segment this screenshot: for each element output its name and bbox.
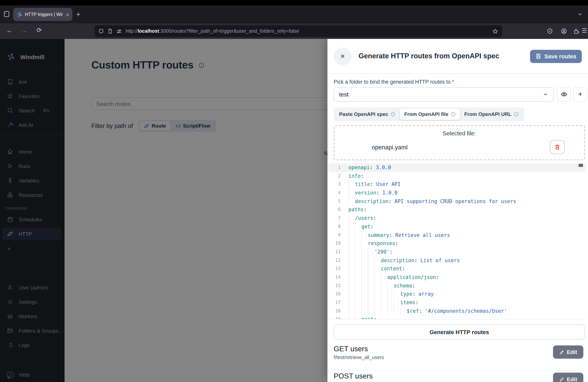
- close-tab-icon[interactable]: ×: [66, 11, 69, 17]
- code-line: 4version: 1.0.0: [328, 189, 586, 197]
- line-number: 6: [328, 206, 345, 214]
- extensions-puzzle-icon[interactable]: [573, 28, 579, 34]
- line-number: 5: [328, 197, 345, 206]
- line-number: 12: [328, 256, 345, 265]
- spec-source-tabs: Paste OpenAPI spec From OpenAPI file Fro…: [334, 107, 524, 121]
- menu-hamburger-icon[interactable]: ☰: [582, 28, 587, 33]
- code-line: 5description: API supporting CRUD operat…: [328, 197, 586, 206]
- edit-label: Edit: [567, 349, 577, 355]
- list-tabs-chevron-icon[interactable]: [577, 11, 583, 17]
- line-number: 11: [328, 248, 345, 256]
- folder-select-value: test: [339, 91, 348, 98]
- tab-label: From OpenAPI file: [404, 111, 448, 117]
- route-row-get-users: GET users f/test/retrieve_all_users Edit: [334, 345, 585, 371]
- route-row-post-users: POST users f/test/create_a_new_user Edit: [334, 372, 585, 382]
- route-path: f/test/retrieve_all_users: [334, 355, 585, 360]
- info-icon[interactable]: [451, 112, 456, 117]
- tab-sidebar-toggle-icon[interactable]: [3, 11, 10, 18]
- close-icon: ×: [340, 52, 345, 61]
- info-icon[interactable]: [391, 112, 396, 117]
- edit-label: Edit: [567, 376, 577, 382]
- browser-toolbar: ← → ⟳ http://localhost:3000/routes?filte…: [0, 23, 588, 39]
- line-number: 8: [328, 223, 345, 231]
- save-routes-label: Save routes: [545, 53, 576, 59]
- code-line: 7/users:: [328, 214, 586, 222]
- info-icon[interactable]: [514, 112, 519, 117]
- code-line: 19post:: [328, 315, 586, 319]
- tab-from-openapi-file[interactable]: From OpenAPI file: [400, 108, 460, 120]
- folder-select[interactable]: test: [334, 87, 554, 102]
- code-line: 10responses:: [328, 239, 586, 248]
- browser-tab[interactable]: HTTP triggers | Windmill ×: [13, 8, 72, 21]
- code-line: 18$ref: '#/components/schemas/User': [328, 307, 586, 315]
- line-number: 17: [328, 298, 345, 307]
- line-number: 1: [328, 163, 345, 172]
- reload-icon[interactable]: ⟳: [37, 27, 42, 33]
- tab-paste-openapi-spec[interactable]: Paste OpenAPI spec: [335, 108, 400, 120]
- line-number: 14: [328, 273, 345, 281]
- bookmark-star-icon[interactable]: [492, 28, 498, 34]
- selected-file-box: Selected file: openapi.yaml: [334, 125, 585, 160]
- line-number: 16: [328, 290, 345, 298]
- edit-route-button[interactable]: Edit: [553, 373, 583, 382]
- windmill-favicon: [16, 11, 22, 17]
- line-number: 7: [328, 214, 345, 222]
- line-number: 13: [328, 265, 345, 273]
- drawer-title: Generate HTTP routes from OpenAPI spec: [358, 52, 523, 60]
- pencil-icon: [559, 377, 564, 382]
- selected-file-label: Selected file:: [335, 130, 584, 137]
- scrollbar-thumb[interactable]: [579, 164, 583, 167]
- code-line: 14application/json:: [328, 273, 586, 281]
- add-folder-button[interactable]: +: [573, 87, 587, 102]
- url-text[interactable]: http://localhost:3000/routes?filter_path…: [126, 28, 489, 34]
- close-drawer-button[interactable]: ×: [334, 47, 352, 65]
- pencil-icon: [559, 350, 564, 355]
- tab-from-openapi-url[interactable]: From OpenAPI URL: [460, 108, 523, 120]
- tab-label: From OpenAPI URL: [464, 111, 512, 117]
- trash-icon: [554, 144, 560, 150]
- line-number: 3: [328, 180, 345, 189]
- page-info-icon[interactable]: [107, 28, 113, 34]
- code-line: 1openapi: 3.0.0: [328, 163, 586, 172]
- openapi-drawer: × Generate HTTP routes from OpenAPI spec…: [327, 39, 588, 382]
- account-icon[interactable]: [561, 28, 567, 34]
- route-title: POST users: [334, 372, 585, 381]
- plus-icon: +: [578, 90, 582, 98]
- line-number: 15: [328, 281, 345, 290]
- url-bar[interactable]: http://localhost:3000/routes?filter_path…: [94, 25, 502, 37]
- code-line: 9summary: Retrieve all users: [328, 231, 586, 239]
- view-folder-button[interactable]: [557, 87, 571, 102]
- required-asterisk: *: [452, 79, 454, 85]
- drawer-header: × Generate HTTP routes from OpenAPI spec…: [327, 39, 588, 74]
- code-line: 3title: User API: [328, 180, 586, 189]
- code-line: 12description: List of users: [328, 256, 586, 265]
- remove-file-button[interactable]: [550, 140, 565, 154]
- code-line: 6paths:: [328, 206, 586, 214]
- back-icon[interactable]: ←: [6, 27, 13, 34]
- line-number: 2: [328, 172, 345, 180]
- route-title: GET users: [334, 345, 585, 353]
- code-line: 11'200':: [328, 248, 586, 256]
- code-line: 15schema:: [328, 281, 586, 290]
- save-routes-button[interactable]: Save routes: [530, 50, 582, 63]
- code-line: 17items:: [328, 298, 586, 307]
- line-number: 4: [328, 189, 345, 197]
- shield-icon[interactable]: [98, 28, 104, 34]
- line-number: 10: [328, 239, 345, 248]
- code-line: 16type: array: [328, 290, 586, 298]
- generate-http-routes-button[interactable]: Generate HTTP routes: [334, 324, 585, 340]
- pocket-shield-icon[interactable]: [547, 28, 553, 34]
- code-line: 8get:: [328, 223, 586, 231]
- tab-label: Paste OpenAPI spec: [339, 111, 388, 117]
- folder-picker-label: Pick a folder to bind the generated HTTP…: [334, 79, 454, 85]
- eye-icon: [561, 91, 567, 98]
- code-line: 13content:: [328, 265, 586, 273]
- edit-route-button[interactable]: Edit: [553, 345, 583, 359]
- permissions-sliders-icon[interactable]: [116, 28, 122, 34]
- code-line: 2info:: [328, 172, 586, 180]
- chevron-down-icon: [543, 91, 548, 97]
- code-editor[interactable]: 1openapi: 3.0.02info:3title: User API4ve…: [328, 163, 586, 319]
- code-editor-lines: 1openapi: 3.0.02info:3title: User API4ve…: [328, 163, 586, 319]
- forward-icon[interactable]: →: [21, 27, 28, 34]
- new-tab-icon[interactable]: +: [76, 11, 80, 18]
